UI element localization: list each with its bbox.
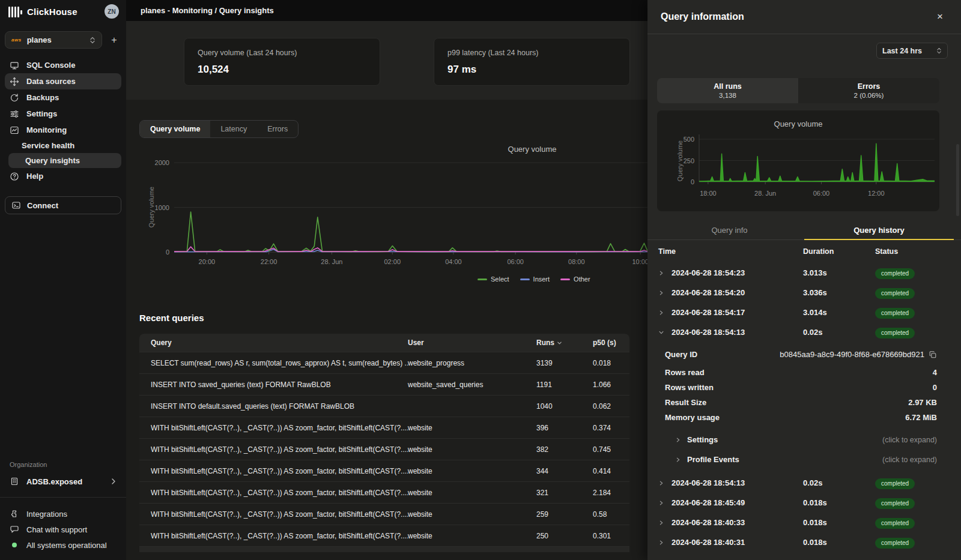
sidebar-bottom: Organization ADSB.exposed IntegrationsCh… — [0, 461, 126, 560]
sidebar-item-sql-console[interactable]: SQL Console — [5, 57, 121, 73]
toggle-label: All runs — [714, 82, 742, 91]
scrollbar[interactable] — [956, 144, 959, 216]
chevron-right-icon[interactable] — [658, 290, 664, 296]
column-header-runs[interactable]: Runs — [536, 339, 593, 347]
query-row[interactable]: WITH bitShiftLeft(CAST(?..), _CAST(?..))… — [139, 503, 629, 525]
history-row[interactable]: 2024-06-28 18:40:310.018scompleted — [647, 532, 961, 552]
query-row[interactable]: WITH bitShiftLeft(CAST(?..), _CAST(?..))… — [139, 460, 629, 481]
toggle-all-runs[interactable]: All runs3,138 — [657, 78, 798, 103]
sidebar-item-label: SQL Console — [26, 61, 75, 70]
legend-item-other[interactable]: Other — [560, 275, 590, 283]
recent-queries-partial-row — [139, 546, 629, 552]
svg-text:28. Jun: 28. Jun — [754, 190, 776, 197]
chevron-right-icon — [111, 478, 117, 485]
history-time: 2024-06-28 18:54:17 — [671, 308, 745, 317]
history-row[interactable]: 2024-06-28 18:54:173.014scompleted — [647, 303, 961, 322]
svg-text:250: 250 — [684, 157, 694, 164]
brand-name: ClickHouse — [27, 7, 77, 17]
history-row[interactable]: 2024-06-28 18:54:203.036scompleted — [647, 283, 961, 303]
user-avatar[interactable]: ZN — [105, 4, 119, 19]
query-row[interactable]: SELECT sum(read_rows) AS r, sum(total_ro… — [139, 352, 629, 373]
column-header-query[interactable]: Query — [151, 339, 408, 347]
close-icon[interactable]: × — [932, 9, 948, 25]
history-duration: 0.02s — [803, 328, 875, 337]
legend-swatch — [520, 278, 530, 280]
chevron-right-icon[interactable] — [658, 540, 664, 546]
p99-latency-card-value: 97 ms — [447, 64, 616, 76]
chevron-down-icon[interactable] — [658, 330, 664, 336]
connect-label: Connect — [27, 201, 58, 210]
legend-item-insert[interactable]: Insert — [520, 275, 550, 283]
sidebar-item-query-insights[interactable]: Query insights — [8, 153, 121, 168]
history-row[interactable]: 2024-06-28 18:54:233.013scompleted — [647, 263, 961, 283]
organization-item[interactable]: ADSB.exposed — [0, 473, 126, 490]
query-id-value: b0845aa9-a8c9-49f0-8f68-e678669bd921 — [780, 350, 924, 359]
panel-title: Query information — [661, 11, 744, 22]
sidebar-item-monitoring[interactable]: Monitoring — [5, 122, 121, 138]
history-row[interactable]: 2024-06-28 18:54:130.02scompleted — [647, 322, 961, 342]
brand-row: ClickHouse ZN — [0, 0, 126, 23]
p50-cell: 0.58 — [593, 510, 629, 519]
chevron-right-icon[interactable] — [658, 520, 664, 526]
expandable-profile-events[interactable]: Profile Events(click to expand) — [647, 450, 961, 469]
chevron-right-icon[interactable] — [658, 480, 664, 486]
svg-text:04:00: 04:00 — [445, 258, 462, 265]
legend-swatch — [477, 278, 487, 280]
svg-text:28. Jun: 28. Jun — [321, 258, 342, 265]
column-header-p50[interactable]: p50 (s) — [593, 339, 629, 347]
column-header-user[interactable]: User — [408, 339, 536, 347]
p50-cell: 0.745 — [593, 445, 629, 454]
service-selector[interactable]: aws planes — [5, 31, 102, 49]
tab-errors[interactable]: Errors — [257, 121, 298, 137]
query-cell: SELECT sum(read_rows) AS r, sum(total_ro… — [151, 359, 408, 367]
sidebar-item-help[interactable]: Help — [5, 168, 121, 184]
sidebar-item-backups[interactable]: Backups — [5, 89, 121, 106]
panel-query-volume-chart[interactable]: 025050018:0028. Jun06:0012:00Query volum… — [657, 110, 939, 211]
svg-text:20:00: 20:00 — [199, 258, 216, 265]
toggle-errors[interactable]: Errors2 (0.06%) — [798, 78, 939, 103]
history-time: 2024-06-28 18:40:33 — [671, 518, 745, 527]
legend-item-select[interactable]: Select — [477, 275, 509, 283]
query-row[interactable]: WITH bitShiftLeft(CAST(?..), _CAST(?..))… — [139, 481, 629, 503]
sidebar-item-settings[interactable]: Settings — [5, 106, 121, 122]
history-row[interactable]: 2024-06-28 18:40:330.018scompleted — [647, 513, 961, 532]
tab-latency[interactable]: Latency — [210, 121, 257, 137]
chevron-right-icon[interactable] — [658, 500, 664, 506]
sidebar-item-service-health[interactable]: Service health — [5, 138, 121, 153]
sidebar-item-label: Service health — [22, 141, 74, 150]
query-row[interactable]: WITH bitShiftLeft(CAST(?..), _CAST(?..))… — [139, 525, 629, 546]
query-information-panel: Query information × Last 24 hrs All runs… — [647, 0, 961, 560]
expandable-settings[interactable]: Settings(click to expand) — [647, 430, 961, 450]
chevron-right-icon[interactable] — [658, 310, 664, 316]
connect-button[interactable]: Connect — [5, 196, 121, 214]
svg-text:06:00: 06:00 — [507, 258, 524, 265]
runs-cell: 1040 — [536, 402, 593, 411]
history-row[interactable]: 2024-06-28 18:54:130.02scompleted — [647, 473, 961, 493]
footer-item-integrations[interactable]: Integrations — [0, 506, 126, 522]
tab-query-info[interactable]: Query info — [655, 221, 804, 239]
time-range-select[interactable]: Last 24 hrs — [876, 43, 948, 59]
detail-row-rows-read: Rows read4 — [647, 365, 961, 380]
copy-icon[interactable] — [929, 351, 937, 359]
connect-icon — [11, 200, 21, 210]
query-row[interactable]: INSERT INTO saved_queries (text) FORMAT … — [139, 373, 629, 395]
panel-header: Query information × — [647, 0, 961, 34]
footer-item-chat-with-support[interactable]: Chat with support — [0, 522, 126, 537]
sidebar-item-data-sources[interactable]: Data sources — [5, 73, 121, 89]
query-row[interactable]: WITH bitShiftLeft(CAST(?..), _CAST(?..))… — [139, 417, 629, 438]
history-row[interactable]: 2024-06-28 18:45:490.018scompleted — [647, 493, 961, 513]
add-service-button[interactable]: + — [107, 33, 121, 47]
tab-query-volume[interactable]: Query volume — [140, 121, 210, 137]
chevron-right-icon[interactable] — [658, 270, 664, 276]
query-row[interactable]: INSERT INTO default.saved_queries (text)… — [139, 395, 629, 417]
tab-query-history[interactable]: Query history — [804, 221, 954, 239]
svg-text:02:00: 02:00 — [384, 258, 401, 265]
svg-text:2000: 2000 — [155, 159, 169, 166]
sidebar-footer: IntegrationsChat with supportAll systems… — [0, 506, 126, 553]
query-row[interactable]: WITH bitShiftLeft(CAST(?..), _CAST(?..))… — [139, 438, 629, 460]
integrations-icon — [10, 509, 19, 519]
query-volume-chart[interactable]: 01000200020:0022:0028. Jun02:0004:0006:0… — [126, 140, 647, 290]
footer-item-all-systems-operational[interactable]: All systems operational — [0, 537, 126, 553]
service-selector-row: aws planes + — [5, 31, 121, 49]
svg-text:Query volume: Query volume — [508, 145, 557, 154]
